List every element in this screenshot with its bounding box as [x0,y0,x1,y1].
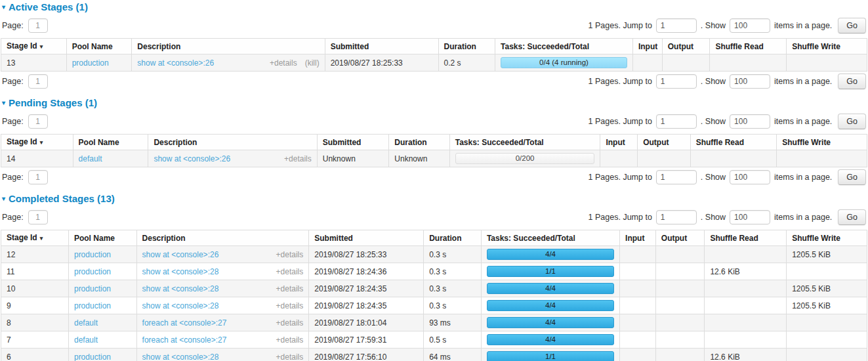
items-per-page-input[interactable] [730,18,770,33]
go-button[interactable]: Go [838,114,866,129]
jump-to-page-input[interactable] [656,114,697,129]
column-header-shuffle-read[interactable]: Shuffle Read [705,230,787,246]
jump-to-page-input[interactable] [656,18,697,33]
collapse-arrow-icon: ▾ [2,195,5,202]
column-header-tasks[interactable]: Tasks: Succeeded/Total [481,230,619,246]
column-header-shuffle-write[interactable]: Shuffle Write [787,230,867,246]
items-per-page-input[interactable] [730,170,770,184]
jump-to-page-input[interactable] [656,170,697,184]
column-header-pool-name[interactable]: Pool Name [73,135,148,150]
column-header-label: Duration [394,138,426,147]
pager-row: Page:1 Pages. Jump to. Showitems in a pa… [2,114,866,129]
column-header-stage-id[interactable]: Stage Id▾ [1,39,67,54]
go-button[interactable]: Go [838,169,866,185]
input-cell [620,263,656,280]
column-header-stage-id[interactable]: Stage Id▾ [1,230,69,246]
column-header-description[interactable]: Description [132,39,325,54]
column-header-submitted[interactable]: Submitted [325,39,438,54]
column-header-label: Shuffle Read [710,234,758,243]
page-input[interactable] [28,210,48,224]
description-link[interactable]: show at <console>:26 [142,250,219,259]
section-heading-active[interactable]: ▾Active Stages (1) [2,1,867,12]
column-header-output[interactable]: Output [638,135,691,150]
column-header-shuffle-write[interactable]: Shuffle Write [777,135,867,150]
column-header-pool-name[interactable]: Pool Name [68,230,136,246]
kill-link[interactable]: (kill) [305,58,320,68]
pool-name-link[interactable]: production [74,352,111,361]
details-toggle[interactable]: +details [276,335,304,345]
input-cell [620,349,656,361]
stage-id-cell: 13 [1,54,67,72]
pool-name-link[interactable]: default [74,318,98,328]
column-header-duration[interactable]: Duration [424,230,482,246]
pool-name-link[interactable]: default [74,335,98,345]
column-header-output[interactable]: Output [662,39,710,54]
column-header-shuffle-read[interactable]: Shuffle Read [690,135,777,150]
items-per-page-input[interactable] [730,74,770,89]
pool-name-link[interactable]: production [72,58,109,68]
details-toggle[interactable]: +details [276,301,304,310]
sort-desc-arrow-icon: ▾ [40,139,43,146]
column-header-shuffle-write[interactable]: Shuffle Write [787,39,867,54]
submitted-cell: Unknown [317,150,389,167]
column-header-output[interactable]: Output [655,230,705,246]
items-per-page-text: items in a page. [774,117,832,126]
section-heading-completed[interactable]: ▾Completed Stages (13) [2,193,867,204]
page-input[interactable] [28,170,48,184]
description-link[interactable]: show at <console>:28 [142,267,219,276]
column-header-input[interactable]: Input [620,230,656,246]
pagination-controls: 1 Pages. Jump to. Showitems in a page.Go [589,209,866,225]
input-cell [620,297,656,314]
pool-name-link[interactable]: production [74,250,111,259]
pool-name-link[interactable]: default [79,154,102,163]
column-header-label: Tasks: Succeeded/Total [501,42,589,51]
column-header-tasks[interactable]: Tasks: Succeeded/Total [449,135,600,150]
section-heading-pending[interactable]: ▾Pending Stages (1) [2,97,867,108]
column-header-description[interactable]: Description [148,135,317,150]
description-link[interactable]: foreach at <console>:27 [142,335,227,345]
column-header-duration[interactable]: Duration [389,135,449,150]
column-header-duration[interactable]: Duration [438,39,495,54]
items-per-page-input[interactable] [730,210,770,224]
column-header-stage-id[interactable]: Stage Id▾ [1,135,73,150]
output-cell [655,246,705,263]
sort-desc-arrow-icon: ▾ [40,235,43,242]
description-link[interactable]: show at <console>:26 [137,58,214,68]
details-toggle[interactable]: +details [270,58,297,68]
tasks-cell: 4/4 [481,246,619,263]
details-toggle[interactable]: +details [276,352,304,361]
description-link[interactable]: foreach at <console>:27 [142,318,227,328]
items-per-page-input[interactable] [730,114,770,129]
column-header-submitted[interactable]: Submitted [309,230,424,246]
go-button[interactable]: Go [838,74,866,89]
column-header-input[interactable]: Input [600,135,638,150]
column-header-submitted[interactable]: Submitted [317,135,389,150]
page-input[interactable] [28,74,48,89]
column-header-input[interactable]: Input [632,39,662,54]
description-link[interactable]: show at <console>:28 [142,352,219,361]
details-toggle[interactable]: +details [276,250,304,259]
output-cell [655,263,705,280]
pager-row: Page:1 Pages. Jump to. Showitems in a pa… [2,18,866,33]
go-button[interactable]: Go [838,18,866,33]
column-header-shuffle-read[interactable]: Shuffle Read [710,39,787,54]
column-header-tasks[interactable]: Tasks: Succeeded/Total [495,39,633,54]
column-header-pool-name[interactable]: Pool Name [66,39,132,54]
items-per-page-text: items in a page. [774,173,832,182]
pool-name-link[interactable]: production [74,284,111,293]
page-input[interactable] [28,114,48,129]
description-link[interactable]: show at <console>:26 [154,154,230,163]
jump-to-page-input[interactable] [656,210,697,224]
pool-name-link[interactable]: production [74,301,111,310]
pool-name-link[interactable]: production [74,267,111,276]
details-toggle[interactable]: +details [276,267,304,276]
description-link[interactable]: show at <console>:28 [142,301,219,310]
details-toggle[interactable]: +details [276,318,304,328]
column-header-description[interactable]: Description [136,230,309,246]
jump-to-page-input[interactable] [656,74,697,89]
description-link[interactable]: show at <console>:28 [142,284,219,293]
details-toggle[interactable]: +details [276,284,304,293]
go-button[interactable]: Go [838,209,866,225]
page-input[interactable] [28,18,48,33]
details-toggle[interactable]: +details [284,154,312,163]
